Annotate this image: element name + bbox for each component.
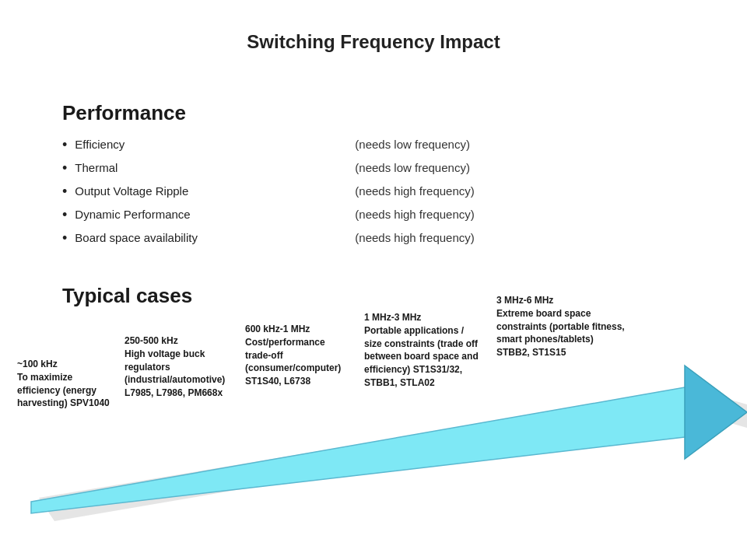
case-4-text: 1 MHz-3 MHz Portable applications / size… [364,311,481,390]
performance-list: Efficiency (needs low frequency) Thermal… [62,133,475,250]
item-label: Output Voltage Ripple [75,180,261,203]
performance-section: Performance Efficiency (needs low freque… [62,101,475,250]
item-label: Efficiency [75,133,261,156]
item-note: (needs high frequency) [355,203,474,226]
svg-marker-1 [31,387,739,513]
list-item: Dynamic Performance (needs high frequenc… [62,203,475,226]
item-note: (needs low frequency) [355,156,470,180]
case-3-text: 600 kHz-1 MHz Cost/performance trade-off… [245,323,346,388]
item-note: (needs high frequency) [355,226,474,250]
list-item: Thermal (needs low frequency) [62,156,475,180]
list-item: Board space availability (needs high fre… [62,226,475,250]
list-item: Efficiency (needs low frequency) [62,133,475,156]
typical-cases-heading: Typical cases [62,284,192,308]
svg-marker-2 [685,366,747,459]
item-label: Board space availability [75,226,261,250]
item-label: Dynamic Performance [75,203,261,226]
item-note: (needs low frequency) [355,133,470,156]
case-2-text: 250-500 kHz High voltage buck regulators… [124,334,226,400]
item-note: (needs high frequency) [355,180,474,203]
page-title: Switching Frequency Impact [0,0,747,68]
list-item: Output Voltage Ripple (needs high freque… [62,180,475,203]
case-5-text: 3 MHz-6 MHz Extreme board space constrai… [496,294,629,359]
case-1-text: ~100 kHz To maximize efficiency (energy … [17,358,110,410]
item-label: Thermal [75,156,261,180]
performance-heading: Performance [62,101,475,125]
